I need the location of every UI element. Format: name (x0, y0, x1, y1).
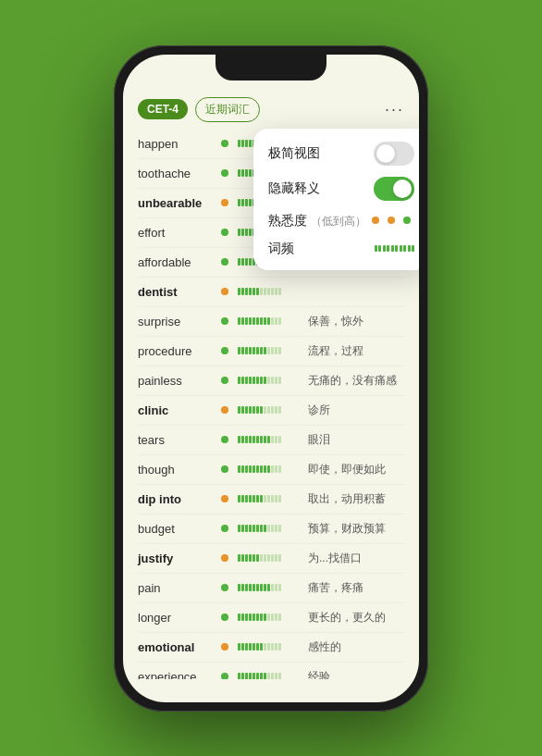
word-row[interactable]: justify为...找借口 (138, 544, 404, 574)
bar-segment (267, 525, 270, 532)
bar-segment (264, 465, 266, 473)
bar-segment (238, 554, 240, 562)
bar-segment (275, 673, 277, 679)
bar-segment (241, 613, 244, 621)
word-row[interactable]: dentist (138, 278, 404, 307)
bar-segment (271, 406, 274, 414)
bar-segment (278, 673, 281, 679)
bar-segment (275, 406, 277, 414)
word-text: procedure (138, 344, 221, 358)
bar-segment (238, 140, 240, 147)
bar-segment (245, 140, 248, 147)
word-meaning: 诊所 (308, 403, 404, 418)
bar-segment (271, 377, 274, 384)
word-row[interactable]: budget预算，财政预算 (138, 514, 404, 544)
word-text: experience (138, 670, 221, 679)
bar-segment (238, 673, 240, 679)
bar-segment (249, 288, 252, 295)
bar-segment (241, 317, 244, 325)
bar-segment (278, 554, 281, 562)
bar-segment (253, 347, 255, 354)
bar-segment (267, 643, 270, 651)
word-row[interactable]: emotional感性的 (138, 633, 404, 663)
hide-meaning-toggle[interactable] (374, 177, 414, 201)
popup-row-hide-meaning: 隐藏释义 (268, 177, 414, 201)
bar-segment (245, 199, 248, 206)
familiarity-sublabel: （低到高） (311, 215, 366, 228)
bar-segment (271, 495, 274, 502)
bar-segment (264, 377, 266, 384)
word-progress (238, 583, 302, 592)
familiarity-dot (221, 495, 228, 502)
hide-meaning-label: 隐藏释义 (268, 180, 320, 197)
word-row[interactable]: procedure流程，过程 (138, 337, 404, 366)
bar-segment (241, 584, 244, 591)
word-progress (238, 376, 302, 385)
bar-segment (267, 347, 270, 354)
bar-segment (260, 288, 263, 295)
fam-dot-3 (403, 217, 411, 224)
bar-segment (278, 584, 281, 591)
word-text: surprise (138, 315, 221, 328)
bar-segment (275, 288, 277, 295)
freq-seg-5 (391, 245, 394, 252)
word-row[interactable]: longer更长的，更久的 (138, 603, 404, 633)
word-text: effort (138, 226, 221, 240)
bar-segment (260, 525, 263, 532)
bar-segment (271, 525, 274, 532)
word-row[interactable]: surprise保善，惊外 (138, 307, 404, 337)
word-row[interactable]: painless无痛的，没有痛感 (138, 366, 404, 396)
word-text: happen (138, 137, 221, 151)
freq-seg-6 (395, 245, 398, 252)
word-row[interactable]: experience经验 (138, 663, 404, 679)
word-row[interactable]: pain痛苦，疼痛 (138, 574, 404, 603)
bar-segment (249, 495, 252, 502)
freq-seg-10 (412, 245, 414, 252)
word-meaning: 取出，动用积蓄 (308, 491, 404, 507)
bar-segment (264, 436, 266, 443)
bar-segment (238, 406, 240, 414)
toggle-thumb (376, 144, 395, 163)
top-bar: CET-4 近期词汇 ··· (123, 88, 419, 130)
familiarity-dot (221, 229, 228, 236)
bar-segment (264, 643, 266, 651)
word-progress (238, 672, 302, 679)
bar-segment (249, 613, 252, 621)
bar-segment (260, 673, 263, 679)
bar-segment (278, 347, 281, 354)
bar-segment (264, 347, 266, 354)
bar-segment (278, 613, 281, 621)
word-row[interactable]: clinic诊所 (138, 396, 404, 426)
more-dots[interactable]: ··· (385, 100, 404, 119)
bar-segment (238, 258, 240, 266)
bar-segment (264, 288, 266, 295)
minimal-view-toggle[interactable] (374, 142, 414, 166)
cet-badge[interactable]: CET-4 (138, 99, 188, 119)
bar-segment (245, 317, 248, 325)
bar-segment (245, 229, 248, 236)
recent-badge[interactable]: 近期词汇 (195, 97, 260, 122)
bar-segment (256, 495, 259, 502)
bar-segment (238, 436, 240, 443)
freq-seg-7 (400, 245, 402, 252)
bar-segment (256, 525, 259, 532)
bar-segment (256, 288, 259, 295)
bar-segment (249, 406, 252, 414)
bar-segment (241, 229, 244, 236)
word-row[interactable]: though即使，即便如此 (138, 455, 404, 485)
word-meaning: 经验 (308, 669, 404, 679)
bar-segment (249, 525, 252, 532)
bar-segment (264, 406, 266, 414)
bar-segment (267, 406, 270, 414)
bar-segment (278, 495, 281, 502)
bar-segment (278, 377, 281, 384)
bar-segment (238, 495, 240, 502)
bar-segment (249, 169, 252, 177)
word-row[interactable]: dip into取出，动用积蓄 (138, 485, 404, 514)
bar-segment (241, 169, 244, 177)
word-meaning: 无痛的，没有痛感 (308, 373, 404, 389)
bar-segment (267, 317, 270, 325)
bar-segment (249, 140, 252, 147)
word-row[interactable]: tears眼泪 (138, 426, 404, 455)
bar-segment (245, 288, 248, 295)
